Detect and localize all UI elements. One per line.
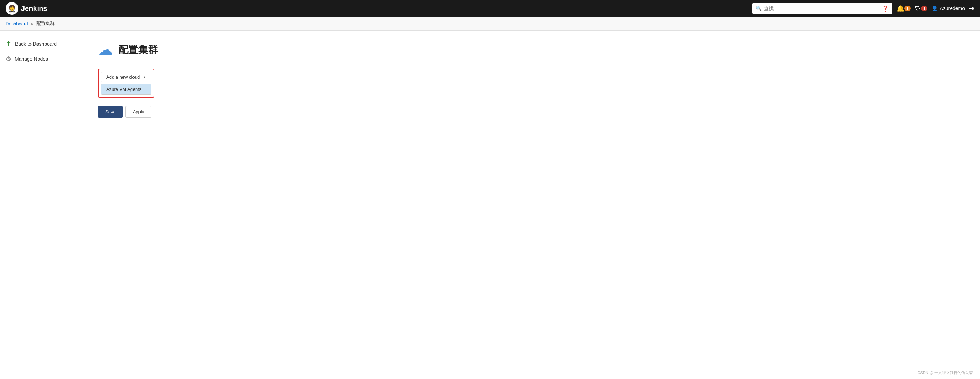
notification-bell[interactable]: 🔔 1 xyxy=(897,5,911,12)
logout-button[interactable]: ⇥ xyxy=(969,5,974,12)
cloud-dropdown-menu: Azure VM Agents xyxy=(101,84,151,95)
security-badge: 1 xyxy=(921,6,928,11)
page-layout: ⬆ Back to Dashboard ⚙ Manage Nodes ☁ 配置集… xyxy=(0,30,980,379)
header: 🤵 Jenkins 🔍 ❓ 🔔 1 🛡 1 👤 Azuredemo ⇥ xyxy=(0,0,980,17)
search-box: 🔍 ❓ xyxy=(752,3,892,14)
sidebar: ⬆ Back to Dashboard ⚙ Manage Nodes xyxy=(0,30,84,379)
breadcrumb-home[interactable]: Dashboard xyxy=(6,21,28,26)
user-icon: 👤 xyxy=(932,6,938,11)
breadcrumb: Dashboard ▶ 配置集群 xyxy=(0,17,980,30)
header-icons: 🔔 1 🛡 1 👤 Azuredemo ⇥ xyxy=(897,5,974,12)
help-icon[interactable]: ❓ xyxy=(882,5,889,12)
bell-icon: 🔔 xyxy=(897,5,904,12)
sidebar-item-label: Back to Dashboard xyxy=(15,41,57,47)
cloud-icon: ☁ xyxy=(98,41,113,58)
notification-badge: 1 xyxy=(904,6,911,11)
dropdown-section: Add a new cloud ▲ Azure VM Agents xyxy=(98,69,966,98)
main-content: ☁ 配置集群 Add a new cloud ▲ Azure VM Agents… xyxy=(84,30,980,379)
sidebar-item-back-to-dashboard[interactable]: ⬆ Back to Dashboard xyxy=(0,36,84,51)
arrow-up-icon: ⬆ xyxy=(6,40,11,48)
apply-button[interactable]: Apply xyxy=(126,106,152,118)
footer-watermark: CSDN @ 一只特立独行的兔先森 xyxy=(918,370,973,376)
security-alert[interactable]: 🛡 1 xyxy=(915,5,928,12)
sidebar-item-manage-nodes[interactable]: ⚙ Manage Nodes xyxy=(0,51,84,66)
page-title: 配置集群 xyxy=(118,43,158,56)
sidebar-item-label: Manage Nodes xyxy=(15,56,48,62)
action-buttons: Save Apply xyxy=(98,106,966,118)
gear-icon: ⚙ xyxy=(6,55,11,63)
search-input[interactable] xyxy=(764,6,880,11)
azure-vm-agents-option[interactable]: Azure VM Agents xyxy=(101,84,151,94)
jenkins-logo: 🤵 xyxy=(6,2,18,15)
breadcrumb-current: 配置集群 xyxy=(37,20,55,27)
add-cloud-label: Add a new cloud xyxy=(106,74,140,80)
username-label: Azuredemo xyxy=(940,6,965,11)
breadcrumb-separator: ▶ xyxy=(31,22,33,26)
page-title-section: ☁ 配置集群 xyxy=(98,41,966,58)
save-button[interactable]: Save xyxy=(98,106,123,118)
search-icon: 🔍 xyxy=(756,6,762,11)
shield-icon: 🛡 xyxy=(915,5,921,12)
chevron-up-icon: ▲ xyxy=(143,75,146,79)
user-menu[interactable]: 👤 Azuredemo xyxy=(932,6,965,11)
jenkins-logo-link[interactable]: 🤵 Jenkins xyxy=(6,2,47,15)
add-new-cloud-button[interactable]: Add a new cloud ▲ xyxy=(101,72,151,83)
jenkins-title: Jenkins xyxy=(21,5,47,13)
add-cloud-dropdown-wrapper: Add a new cloud ▲ Azure VM Agents xyxy=(98,69,154,98)
